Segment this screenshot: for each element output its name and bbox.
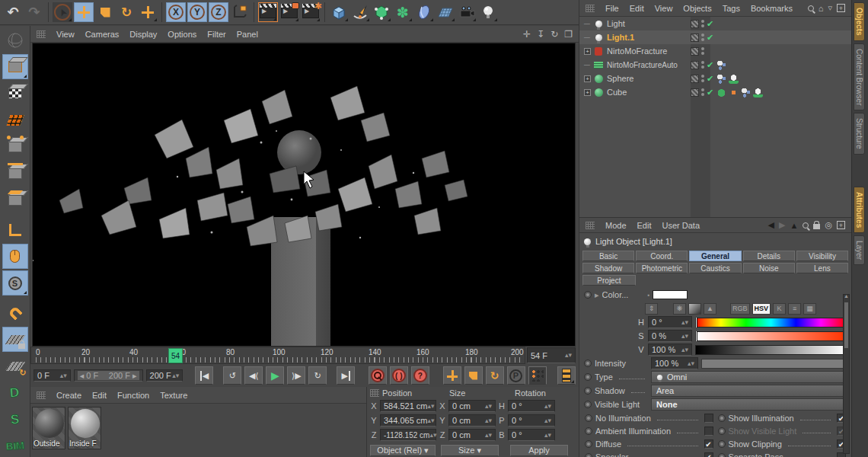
check-ambient-illumination[interactable]: Ambient Illumination	[582, 424, 716, 437]
om-menu-tags[interactable]: Tags	[723, 4, 740, 13]
keyframe-selection-button[interactable]: ( )	[390, 366, 408, 385]
menu-texture[interactable]: Texture	[160, 391, 187, 400]
check-show-clipping[interactable]: Show Clipping ✔	[716, 437, 849, 450]
current-frame-field[interactable]: 54 F▴▾	[527, 347, 576, 363]
menu-options[interactable]: Options	[168, 30, 196, 39]
undo-icon[interactable]: ↶	[3, 2, 23, 22]
om-menu-edit[interactable]: Edit	[630, 4, 644, 13]
generators-icon[interactable]	[372, 2, 391, 22]
add-cube-object-icon[interactable]	[329, 2, 349, 22]
material-inside[interactable]: Inside F	[68, 407, 101, 449]
viewport-zoom-icon[interactable]: ↧	[537, 29, 544, 40]
picker-mixer-icon[interactable]: ≡	[788, 303, 801, 315]
am-panel-menu-icon[interactable]: +	[837, 221, 845, 229]
tab-coord[interactable]: Coord.	[636, 251, 688, 261]
menu-function[interactable]: Function	[117, 391, 149, 400]
value-slider[interactable]	[695, 345, 847, 355]
goto-end-button[interactable]: ▶	[337, 366, 355, 385]
intensity-field[interactable]: 100 %▴▾	[651, 357, 698, 369]
om-menu-view[interactable]: View	[655, 4, 673, 13]
play-backwards-button[interactable]: ↺	[223, 366, 241, 385]
check-separate-pass[interactable]: Separate Pass	[716, 450, 849, 457]
color-swatch[interactable]	[653, 290, 688, 299]
om-search-icon[interactable]	[808, 5, 814, 11]
material-outside[interactable]: Outside	[32, 407, 65, 449]
tab-lens[interactable]: Lens	[796, 263, 848, 273]
am-menu-edit[interactable]: Edit	[637, 221, 652, 230]
menu-filter[interactable]: Filter	[207, 30, 225, 39]
am-back-icon[interactable]: ◀	[768, 220, 774, 230]
menu-cameras[interactable]: Cameras	[85, 30, 120, 39]
picker-wheel-icon[interactable]: ❋	[673, 303, 686, 315]
menu-create[interactable]: Create	[56, 391, 81, 400]
am-target-icon[interactable]: ◎	[825, 220, 832, 230]
viewport-rotate-icon[interactable]: ↻	[550, 29, 558, 40]
position-y-field[interactable]: 344.065 cm▴▾	[380, 414, 436, 427]
record-parameter-toggle[interactable]: P	[507, 366, 525, 385]
am-menu-mode[interactable]: Mode	[605, 221, 627, 230]
previous-frame-button[interactable]: ◀⟨	[244, 366, 263, 385]
hue-slider[interactable]	[695, 318, 847, 328]
panel-grip[interactable]	[586, 5, 595, 12]
om-menu-bookmarks[interactable]: Bookmarks	[751, 4, 793, 13]
size-z-field[interactable]: 0 cm▴▾	[448, 429, 496, 441]
timeline-window-button[interactable]	[557, 366, 576, 385]
saturation-field[interactable]: 0 %▴▾	[648, 330, 692, 342]
value-field[interactable]: 100 %▴▾	[648, 344, 692, 356]
record-scale-toggle[interactable]	[464, 366, 483, 385]
picker-spectrum-icon[interactable]	[688, 303, 701, 315]
size-x-field[interactable]: 0 cm▴▾	[448, 400, 496, 412]
viewport-3d[interactable]	[32, 43, 576, 347]
tab-noise[interactable]: Noise	[743, 263, 795, 273]
am-up-icon[interactable]: ▲	[790, 221, 799, 230]
object-row-nirtomofracture[interactable]: + NirtoMoFracture ✔	[579, 44, 851, 58]
timeline-ruler[interactable]: 0 20 40 60 80 100 120 140 160 180 200 54	[30, 347, 525, 364]
tab-caustics[interactable]: Caustics	[689, 263, 741, 273]
tab-general[interactable]: General	[689, 251, 741, 261]
record-circle[interactable]	[584, 373, 592, 381]
coordinate-system-icon[interactable]	[230, 2, 250, 22]
dock-tab-content-browser[interactable]: Content Browser	[854, 43, 865, 110]
menu-display[interactable]: Display	[129, 30, 157, 39]
coord-mode-dropdown[interactable]: Object (Rel) ▾	[370, 445, 436, 456]
menu-edit[interactable]: Edit	[92, 391, 107, 400]
tab-details[interactable]: Details	[743, 251, 795, 261]
record-keyframe-button[interactable]	[369, 366, 387, 385]
polygons-mode-icon[interactable]	[2, 187, 28, 213]
check-specular[interactable]: Specular ✔	[582, 450, 716, 457]
om-menu-file[interactable]: File	[605, 4, 619, 13]
rotation-b-field[interactable]: 0 °▴▾	[508, 429, 555, 441]
object-row-nirtomofractureauto[interactable]: ─ NirtoMoFractureAuto ✔	[579, 58, 851, 72]
panel-grip[interactable]	[37, 391, 46, 399]
range-end-field[interactable]: 200 F▴▾	[146, 369, 183, 382]
dock-tab-layer[interactable]: Layer	[854, 235, 865, 265]
viewport-pan-icon[interactable]: ✛	[523, 29, 531, 40]
check-diffuse[interactable]: Diffuse ✔	[582, 437, 716, 450]
tab-visibility[interactable]: Visibility	[796, 251, 848, 261]
picker-image-icon[interactable]: ▲	[704, 303, 716, 315]
picker-compact-icon[interactable]: ⇕	[645, 303, 658, 315]
rotate-tool-icon[interactable]: ↻	[116, 2, 136, 22]
am-menu-userdata[interactable]: User Data	[662, 221, 700, 230]
snap-magnet-icon[interactable]	[2, 300, 28, 325]
type-dropdown[interactable]: Omni	[651, 371, 847, 383]
mograph-icon[interactable]: ✽	[393, 2, 413, 22]
axis-mode-icon[interactable]	[2, 217, 28, 242]
dock-tab-objects[interactable]: Objects	[854, 2, 865, 41]
texture-mode-icon[interactable]	[2, 81, 28, 106]
last-tool-icon[interactable]	[138, 2, 158, 22]
object-row-light[interactable]: ─ Light ✔	[579, 17, 851, 30]
tab-shadow[interactable]: Shadow	[582, 263, 634, 273]
shadow-dropdown[interactable]: Area	[651, 385, 847, 397]
record-circle[interactable]	[584, 401, 592, 408]
position-z-field[interactable]: -1128.152 cm▴▾	[380, 429, 436, 441]
lock-y-axis-icon[interactable]: Y	[187, 2, 207, 22]
size-y-field[interactable]: 0 cm▴▾	[448, 414, 496, 427]
menu-view[interactable]: View	[56, 30, 75, 39]
panel-grip[interactable]	[370, 389, 379, 397]
range-start-field[interactable]: 0 F▴▾	[34, 369, 71, 382]
am-lock-icon[interactable]	[813, 224, 820, 229]
record-rotation-toggle[interactable]: ↻	[486, 366, 504, 385]
tab-photometric[interactable]: Photometric	[636, 263, 688, 273]
picker-kelvin-button[interactable]: K	[773, 303, 786, 315]
